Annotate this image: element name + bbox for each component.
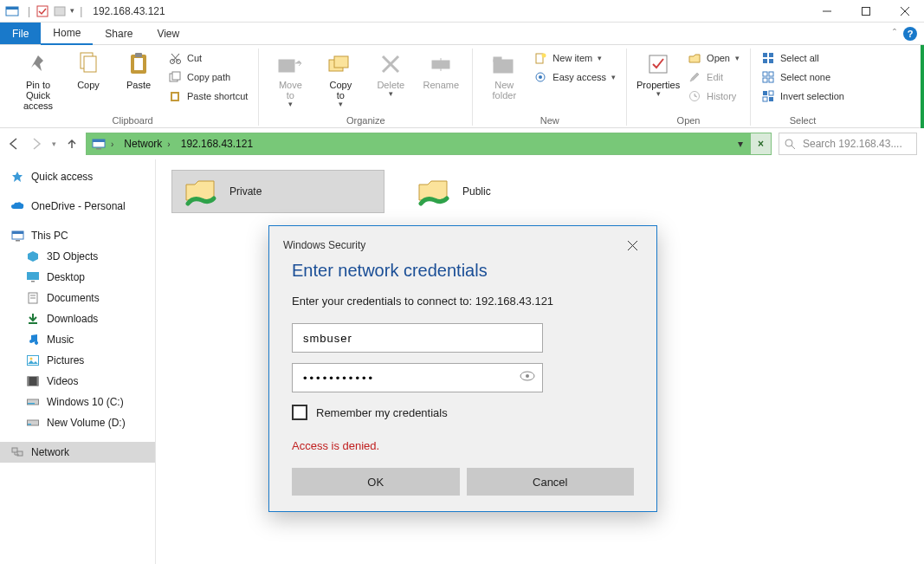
- sidebar-item-pictures[interactable]: Pictures: [0, 350, 155, 371]
- svg-point-33: [539, 75, 542, 79]
- chevron-down-icon: ▾: [389, 90, 393, 98]
- reveal-password-icon[interactable]: [520, 370, 535, 382]
- new-folder-icon: [490, 50, 518, 78]
- sidebar-network[interactable]: Network: [0, 442, 155, 463]
- copy-button[interactable]: Copy: [64, 49, 113, 92]
- open-button[interactable]: Open ▾: [684, 49, 743, 68]
- cube-icon: [26, 250, 40, 263]
- search-box[interactable]: [779, 133, 917, 155]
- sidebar-item-c-drive[interactable]: Windows 10 (C:): [0, 392, 155, 412]
- chevron-down-icon: ▾: [288, 100, 293, 108]
- svg-rect-66: [37, 377, 39, 386]
- svg-line-16: [171, 54, 178, 62]
- window-title: 192.168.43.121: [93, 5, 165, 17]
- tab-file[interactable]: File: [0, 23, 41, 44]
- qat-chevron-icon[interactable]: ▾: [70, 7, 74, 15]
- up-button[interactable]: [65, 137, 79, 151]
- username-input[interactable]: [301, 331, 533, 346]
- paste-shortcut-icon: [168, 89, 182, 103]
- paste-button[interactable]: Paste: [114, 49, 163, 92]
- pin-button[interactable]: Pin to Quick access: [14, 49, 62, 113]
- select-all-icon: [761, 51, 775, 65]
- recent-locations-icon[interactable]: ▾: [52, 140, 56, 148]
- cut-button[interactable]: Cut: [165, 49, 251, 68]
- sidebar: Quick access OneDrive - Personal This PC…: [0, 159, 156, 564]
- address-dropdown[interactable]: ▾: [733, 133, 748, 154]
- svg-rect-18: [172, 72, 180, 80]
- properties-button[interactable]: Properties ▾: [634, 49, 682, 100]
- ribbon-group-open: Properties ▾ Open ▾ Edit History Op: [627, 49, 751, 126]
- svg-rect-1: [6, 7, 18, 10]
- delete-button[interactable]: Delete ▾: [366, 49, 415, 100]
- remember-checkbox[interactable]: [292, 405, 307, 420]
- copy-to-button[interactable]: Copy to ▾: [316, 49, 365, 110]
- share-folder-icon: [183, 174, 217, 209]
- copy-to-icon: [326, 50, 354, 78]
- ribbon-group-select: Select all Select none Invert selection …: [751, 49, 855, 126]
- tab-view[interactable]: View: [145, 23, 191, 44]
- sidebar-item-desktop[interactable]: Desktop: [0, 267, 155, 288]
- scissors-icon: [168, 51, 182, 65]
- sidebar-onedrive[interactable]: OneDrive - Personal: [0, 196, 155, 217]
- copy-path-button[interactable]: Copy path: [165, 68, 251, 87]
- group-label-organize: Organize: [346, 113, 385, 126]
- address-seg-host[interactable]: 192.168.43.121: [176, 133, 258, 154]
- sidebar-item-3d-objects[interactable]: 3D Objects: [0, 246, 155, 267]
- collapse-ribbon-icon[interactable]: ˆ: [893, 28, 896, 40]
- group-label-clipboard: Clipboard: [113, 113, 153, 126]
- sidebar-item-music[interactable]: Music: [0, 329, 155, 350]
- easy-access-button[interactable]: Easy access ▾: [530, 68, 619, 87]
- ribbon-group-clipboard: Pin to Quick access Copy Paste Cut Copy …: [7, 49, 259, 126]
- search-input[interactable]: [801, 137, 924, 151]
- paste-shortcut-button[interactable]: Paste shortcut: [165, 87, 251, 106]
- select-none-button[interactable]: Select none: [758, 68, 848, 87]
- new-item-button[interactable]: New item ▾: [530, 49, 619, 68]
- svg-rect-39: [769, 59, 773, 63]
- move-to-button[interactable]: Move to ▾: [266, 49, 314, 110]
- dialog-close-button[interactable]: [620, 235, 644, 256]
- edit-button[interactable]: Edit: [684, 68, 743, 87]
- help-icon[interactable]: ?: [903, 27, 917, 41]
- address-seg-network[interactable]: Network›: [119, 133, 175, 154]
- pin-icon: [24, 50, 52, 78]
- address-refresh[interactable]: ×: [750, 133, 771, 154]
- sidebar-item-downloads[interactable]: Downloads: [0, 308, 155, 329]
- username-wrapper: [292, 323, 543, 353]
- chevron-down-icon: ▾: [656, 90, 661, 98]
- maximize-button[interactable]: [846, 0, 885, 23]
- address-bar[interactable]: › Network› 192.168.43.121 ▾ ×: [86, 133, 772, 155]
- new-folder-button[interactable]: New folder: [480, 49, 528, 102]
- select-all-button[interactable]: Select all: [758, 49, 848, 68]
- sidebar-item-d-drive[interactable]: New Volume (D:): [0, 412, 155, 433]
- tab-home[interactable]: Home: [41, 23, 93, 45]
- ok-button[interactable]: OK: [292, 468, 460, 496]
- history-button[interactable]: History: [684, 87, 743, 106]
- rename-button[interactable]: Rename: [417, 49, 465, 92]
- right-accent-strip: [921, 45, 924, 128]
- share-private[interactable]: Private: [171, 170, 384, 213]
- address-pc-icon[interactable]: ›: [87, 133, 119, 154]
- close-button[interactable]: [885, 0, 924, 23]
- invert-selection-button[interactable]: Invert selection: [758, 87, 848, 106]
- minimize-button[interactable]: [807, 0, 846, 23]
- share-public[interactable]: Public: [405, 170, 618, 213]
- ribbon-tabs: File Home Share View ˆ ?: [0, 23, 924, 45]
- tab-share[interactable]: Share: [93, 23, 145, 44]
- qat-dropdown-icon[interactable]: [53, 4, 67, 18]
- sidebar-this-pc[interactable]: This PC: [0, 225, 155, 246]
- invert-selection-icon: [761, 89, 775, 103]
- sidebar-quick-access[interactable]: Quick access: [0, 166, 155, 187]
- svg-rect-41: [769, 72, 773, 76]
- sidebar-item-videos[interactable]: Videos: [0, 371, 155, 392]
- check-icon[interactable]: [36, 4, 49, 18]
- sidebar-item-documents[interactable]: Documents: [0, 288, 155, 308]
- svg-rect-36: [763, 53, 767, 57]
- svg-rect-20: [172, 94, 178, 100]
- forward-button[interactable]: [29, 137, 43, 151]
- back-button[interactable]: [7, 137, 21, 151]
- group-label-new: New: [540, 113, 559, 126]
- ribbon-group-new: New folder New item ▾ Easy access ▾ New: [473, 49, 627, 126]
- password-input[interactable]: [301, 371, 533, 386]
- cancel-button[interactable]: Cancel: [467, 468, 635, 496]
- rename-icon: [427, 50, 455, 78]
